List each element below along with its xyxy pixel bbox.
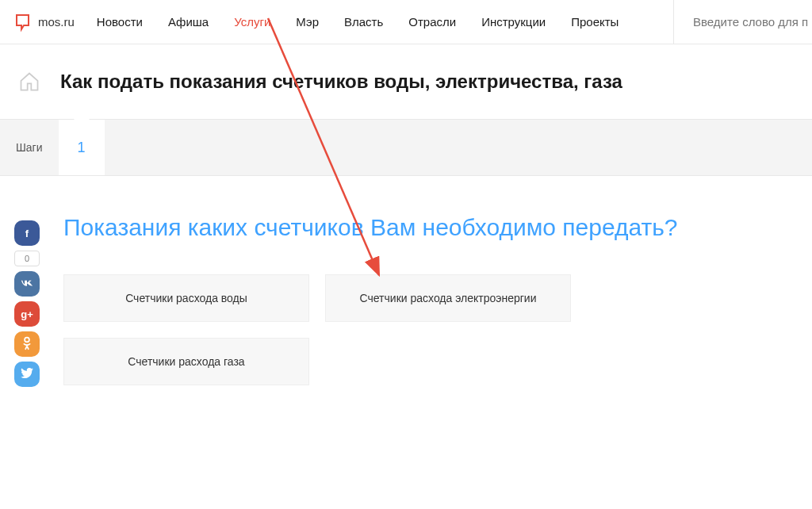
nav-mayor[interactable]: Мэр bbox=[296, 15, 319, 29]
home-icon[interactable] bbox=[14, 67, 44, 97]
share-vk-button[interactable] bbox=[14, 271, 40, 297]
share-counter: 0 bbox=[14, 251, 40, 266]
vk-icon bbox=[20, 278, 34, 290]
google-plus-icon: g+ bbox=[21, 308, 33, 320]
svg-point-0 bbox=[25, 337, 29, 342]
social-sidebar: f 0 g+ bbox=[14, 220, 40, 387]
nav-services[interactable]: Услуги bbox=[234, 15, 270, 29]
step-number-1[interactable]: 1 bbox=[59, 120, 105, 175]
logo-icon bbox=[14, 13, 33, 32]
facebook-icon: f bbox=[25, 228, 29, 239]
nav-afisha[interactable]: Афиша bbox=[168, 15, 209, 29]
logo-text: mos.ru bbox=[38, 15, 75, 29]
share-odnoklassniki-button[interactable] bbox=[14, 331, 40, 357]
main-nav: Новости Афиша Услуги Мэр Власть Отрасли … bbox=[97, 15, 673, 29]
title-section: Как подать показания счетчиков воды, эле… bbox=[0, 44, 812, 119]
option-electricity[interactable]: Счетчики расхода электроэнергии bbox=[325, 274, 571, 322]
option-gas[interactable]: Счетчики расхода газа bbox=[63, 338, 309, 385]
options-group: Счетчики расхода воды Счетчики расхода э… bbox=[63, 274, 619, 385]
nav-news[interactable]: Новости bbox=[97, 15, 143, 29]
header: mos.ru Новости Афиша Услуги Мэр Власть О… bbox=[0, 0, 812, 44]
search-input[interactable] bbox=[693, 15, 812, 29]
question-title: Показания каких счетчиков Вам необходимо… bbox=[63, 214, 812, 241]
steps-label: Шаги bbox=[0, 120, 59, 175]
nav-industries[interactable]: Отрасли bbox=[408, 15, 456, 29]
twitter-icon bbox=[21, 368, 33, 381]
search-area bbox=[673, 0, 812, 44]
odnoklassniki-icon bbox=[22, 336, 32, 353]
page-title: Как подать показания счетчиков воды, эле… bbox=[60, 71, 622, 93]
nav-projects[interactable]: Проекты bbox=[571, 15, 619, 29]
nav-instructions[interactable]: Инструкции bbox=[481, 15, 546, 29]
steps-bar: Шаги 1 bbox=[0, 119, 812, 176]
content-area: Показания каких счетчиков Вам необходимо… bbox=[0, 176, 812, 385]
share-twitter-button[interactable] bbox=[14, 362, 40, 387]
nav-power[interactable]: Власть bbox=[344, 15, 383, 29]
logo[interactable]: mos.ru bbox=[14, 13, 75, 32]
option-water[interactable]: Счетчики расхода воды bbox=[63, 274, 309, 322]
share-facebook-button[interactable]: f bbox=[14, 220, 40, 246]
share-google-plus-button[interactable]: g+ bbox=[14, 301, 40, 327]
